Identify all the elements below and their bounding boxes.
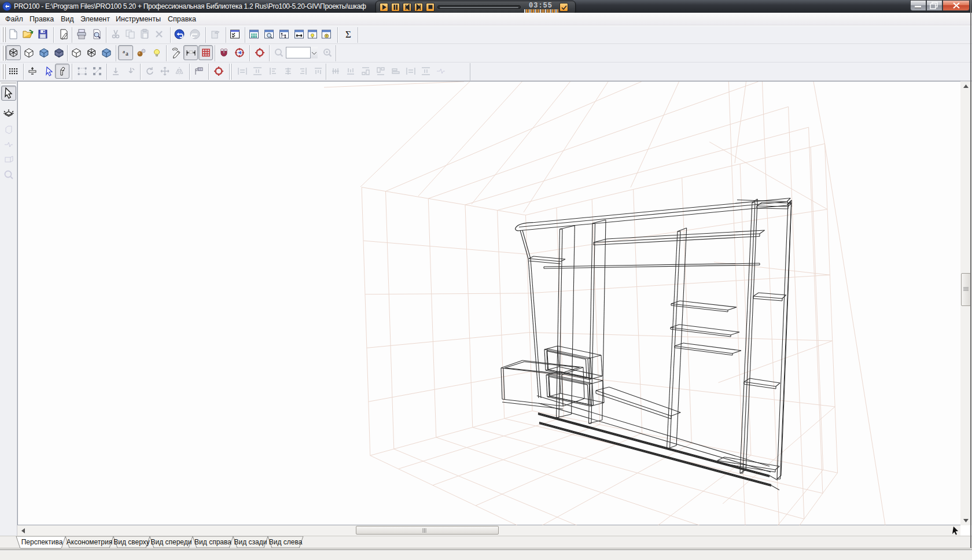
svg-text:Σ: Σ [345,29,351,40]
svg-text:a: a [123,49,125,54]
svg-text:a: a [126,50,128,57]
